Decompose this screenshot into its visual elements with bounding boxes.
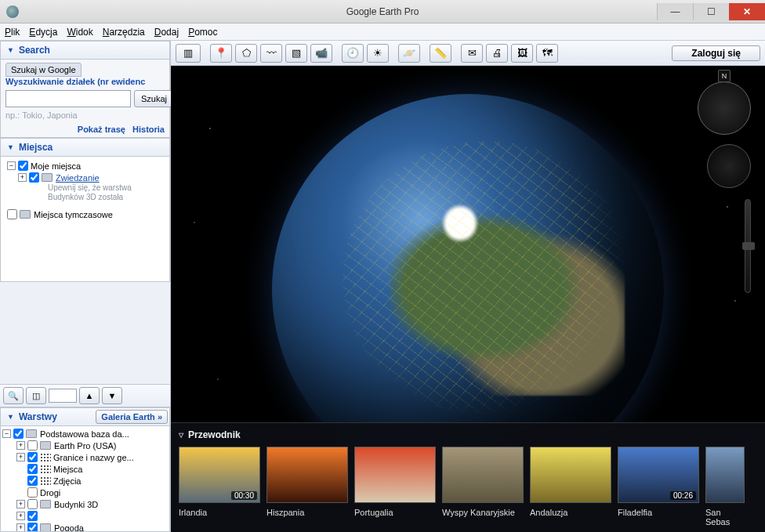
menu-tools[interactable]: Narzędzia xyxy=(103,27,145,38)
search-input[interactable] xyxy=(5,90,131,107)
window-titlebar: Google Earth Pro — ☐ ✕ xyxy=(0,0,765,24)
menu-help[interactable]: Pomoc xyxy=(188,27,217,38)
guide-thumbnail[interactable] xyxy=(705,447,745,503)
layers-root[interactable]: − Podstawowa baza da... xyxy=(2,428,168,440)
record-tour-button[interactable]: 📹 xyxy=(310,44,332,63)
show-route-link[interactable]: Pokaż trasę xyxy=(78,125,125,134)
layers-root-checkbox[interactable] xyxy=(13,429,24,439)
layer-item[interactable]: + xyxy=(2,510,168,522)
menu-file[interactable]: Plik xyxy=(5,27,20,38)
places-tour[interactable]: + Zwiedzanie xyxy=(4,172,166,183)
earth-viewport[interactable]: ▽ Przewodnik 00:30IrlandiaHiszpaniaPortu… xyxy=(171,66,765,532)
search-parcels-link[interactable]: Wyszukiwanie działek (nr ewidenc xyxy=(5,77,145,86)
history-link[interactable]: Historia xyxy=(132,125,165,134)
opacity-slider[interactable] xyxy=(49,389,77,403)
collapse-icon: ▼ xyxy=(7,413,14,421)
guide-thumbnail[interactable] xyxy=(266,447,348,503)
places-search-button[interactable]: 🔍 xyxy=(3,387,24,404)
places-panel-header[interactable]: ▼ Miejsca xyxy=(0,138,170,157)
guide-header[interactable]: ▽ Przewodnik xyxy=(171,423,765,447)
layer-label: Pogoda xyxy=(54,523,84,533)
guide-card[interactable]: Portugalia xyxy=(354,447,436,527)
guide-card[interactable]: 00:26Filadelfia xyxy=(618,447,699,527)
login-button[interactable]: Zaloguj się xyxy=(672,45,760,61)
guide-thumbnail[interactable]: 00:26 xyxy=(618,447,699,503)
planets-button[interactable]: 🪐 xyxy=(398,44,420,63)
expand-icon[interactable]: + xyxy=(18,173,27,182)
guide-card[interactable]: Andaluzja xyxy=(530,447,611,527)
layer-label: Drogi xyxy=(40,488,60,498)
guide-thumbnail[interactable] xyxy=(530,447,611,503)
look-control[interactable] xyxy=(707,144,751,188)
guide-card[interactable]: 00:30Irlandia xyxy=(179,447,260,527)
layer-item[interactable]: +Granice i nazwy ge... xyxy=(2,451,168,463)
layers-panel: − Podstawowa baza da... +Earth Pro (USA)… xyxy=(0,426,170,532)
temp-checkbox[interactable] xyxy=(7,209,17,219)
placemark-button[interactable]: 📍 xyxy=(210,44,232,63)
guide-thumbnail[interactable]: 00:30 xyxy=(179,447,260,503)
places-my-places[interactable]: − Moje miejsca xyxy=(4,160,166,172)
polygon-button[interactable]: ⬠ xyxy=(235,44,257,63)
move-up-button[interactable]: ▲ xyxy=(79,387,100,404)
search-button[interactable]: Szukaj xyxy=(134,90,174,107)
historical-imagery-button[interactable]: 🕘 xyxy=(342,44,364,63)
layer-item[interactable]: Miejsca xyxy=(2,463,168,475)
view-in-maps-button[interactable]: 🗺 xyxy=(536,44,558,63)
layer-checkbox[interactable] xyxy=(27,511,38,521)
layer-label: Miejsca xyxy=(53,465,82,474)
menu-edit[interactable]: Edycja xyxy=(29,27,57,38)
expand-icon[interactable]: − xyxy=(7,161,16,170)
guide-card[interactable]: San Sebas xyxy=(705,447,745,527)
save-image-button[interactable]: 🖼 xyxy=(511,44,533,63)
layers-root-label: Podstawowa baza da... xyxy=(40,429,129,439)
search-tab-google[interactable]: Szukaj w Google xyxy=(5,63,82,77)
guide-card[interactable]: Hiszpania xyxy=(266,447,348,527)
layer-label: Budynki 3D xyxy=(54,500,98,509)
guide-thumbnail[interactable] xyxy=(442,447,524,503)
tour-checkbox[interactable] xyxy=(29,172,39,183)
layer-checkbox[interactable] xyxy=(27,523,38,532)
sunlight-button[interactable]: ☀ xyxy=(367,44,389,63)
layers-title: Warstwy xyxy=(19,411,57,422)
expand-icon[interactable]: + xyxy=(16,500,25,508)
compass-control[interactable] xyxy=(698,81,751,135)
search-panel-header[interactable]: ▼ Search xyxy=(0,41,170,60)
layer-checkbox[interactable] xyxy=(27,464,38,474)
guide-thumbnail[interactable] xyxy=(354,447,436,503)
guide-card-label: Filadelfia xyxy=(618,508,699,517)
toggle-sidebar-button[interactable]: ▥ xyxy=(176,44,201,63)
expand-icon[interactable]: + xyxy=(16,453,25,461)
expand-icon[interactable]: − xyxy=(2,429,11,438)
layers-header-toggle[interactable]: ▼ Warstwy xyxy=(1,408,94,425)
folder-icon xyxy=(40,523,51,532)
zoom-slider[interactable] xyxy=(745,199,751,293)
move-down-button[interactable]: ▼ xyxy=(102,387,122,404)
print-button[interactable]: 🖨 xyxy=(486,44,508,63)
email-button[interactable]: ✉ xyxy=(461,44,483,63)
menu-view[interactable]: Widok xyxy=(67,27,92,38)
expand-icon[interactable]: + xyxy=(16,512,25,520)
guide-card[interactable]: Wyspy Kanaryjskie xyxy=(442,447,524,527)
ruler-button[interactable]: 📏 xyxy=(430,44,451,63)
expand-icon[interactable]: + xyxy=(16,441,25,450)
layer-item[interactable]: +Budynki 3D xyxy=(2,498,168,510)
layer-checkbox[interactable] xyxy=(27,440,38,451)
layer-checkbox[interactable] xyxy=(27,476,38,486)
my-places-checkbox[interactable] xyxy=(18,161,28,171)
layer-item[interactable]: Zdjęcia xyxy=(2,475,168,487)
earth-gallery-button[interactable]: Galeria Earth » xyxy=(96,410,168,424)
layer-checkbox[interactable] xyxy=(27,499,38,509)
layer-item[interactable]: Drogi xyxy=(2,487,168,498)
tour-label[interactable]: Zwiedzanie xyxy=(56,173,100,183)
layer-item[interactable]: +Pogoda xyxy=(2,522,168,532)
image-overlay-button[interactable]: ▧ xyxy=(285,44,307,63)
menu-add[interactable]: Dodaj xyxy=(154,27,179,38)
path-button[interactable]: 〰 xyxy=(260,44,282,63)
layer-item[interactable]: +Earth Pro (USA) xyxy=(2,440,168,451)
places-temp[interactable]: Miejsca tymczasowe xyxy=(4,208,166,220)
layer-checkbox[interactable] xyxy=(27,487,38,498)
layer-checkbox[interactable] xyxy=(27,452,38,462)
expand-icon[interactable]: + xyxy=(16,523,25,532)
places-split-button[interactable]: ◫ xyxy=(26,387,46,404)
guide-card-label: Hiszpania xyxy=(266,508,348,517)
